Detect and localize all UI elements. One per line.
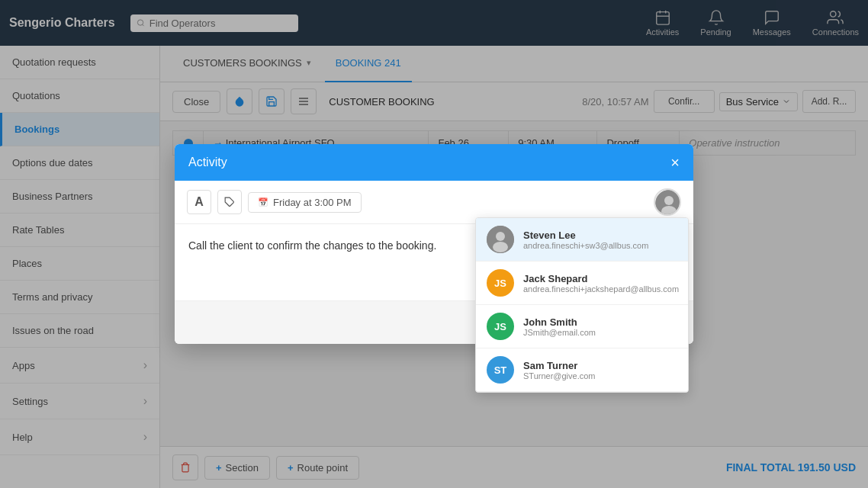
- tag-icon: [224, 197, 235, 207]
- tag-button[interactable]: [217, 190, 242, 214]
- modal-body-text: Call the client to confirm the changes t…: [188, 239, 436, 252]
- modal-close-button[interactable]: ×: [670, 155, 680, 170]
- john-smith-avatar: JS: [487, 313, 514, 340]
- activity-modal: Activity × A 📅 Friday at 3:00 PM: [175, 144, 693, 344]
- text-format-button[interactable]: A: [187, 190, 211, 214]
- svg-point-15: [496, 232, 505, 241]
- date-picker-button[interactable]: 📅 Friday at 3:00 PM: [248, 192, 362, 213]
- jack-shepard-avatar: JS: [487, 269, 514, 297]
- sam-turner-avatar: ST: [487, 356, 514, 384]
- assignee-dropdown: Steven Lee andrea.fineschi+sw3@allbus.co…: [475, 217, 689, 393]
- assignee-container: Steven Lee andrea.fineschi+sw3@allbus.co…: [654, 188, 681, 216]
- modal-overlay[interactable]: Activity × A 📅 Friday at 3:00 PM: [0, 0, 868, 488]
- avatar-photo: [655, 190, 681, 216]
- modal-title: Activity: [188, 156, 227, 169]
- assignee-item-john-smith[interactable]: JS John Smith JSmith@email.com: [476, 305, 688, 348]
- assignee-item-steven-lee[interactable]: Steven Lee andrea.fineschi+sw3@allbus.co…: [476, 218, 688, 262]
- date-label: Friday at 3:00 PM: [273, 197, 352, 208]
- assignee-avatar-button[interactable]: [654, 188, 681, 216]
- calendar-icon: 📅: [258, 197, 268, 207]
- modal-header: Activity ×: [175, 144, 693, 181]
- steven-lee-avatar: [487, 226, 514, 253]
- svg-point-16: [493, 242, 508, 252]
- assignee-item-jack-shepard[interactable]: JS Jack Shepard andrea.fineschi+jackshep…: [476, 262, 688, 305]
- assignee-item-sam-turner[interactable]: ST Sam Turner STurner@give.com: [476, 348, 688, 392]
- modal-toolbar: A 📅 Friday at 3:00 PM: [175, 181, 693, 224]
- svg-point-12: [664, 196, 674, 205]
